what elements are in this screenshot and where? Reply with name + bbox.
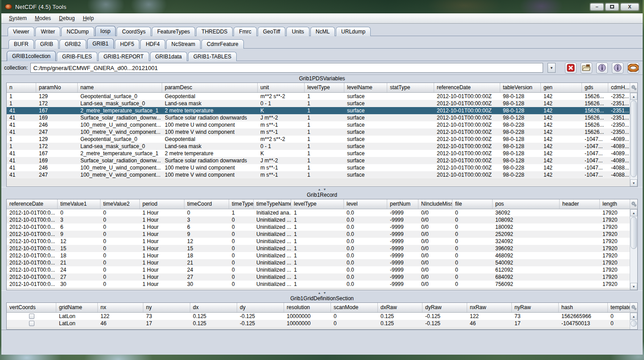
table-cell[interactable] — [387, 100, 434, 107]
table-cell[interactable]: 2012-10-01T00:0... — [7, 252, 58, 259]
divider-up-icon[interactable]: ▲ — [318, 187, 321, 192]
table-cell[interactable]: 0/0 — [418, 223, 452, 231]
split-divider[interactable]: ▲▼ — [1, 290, 643, 295]
table-cell[interactable]: 2012-10-01T00:00:00Z — [434, 121, 500, 128]
column-header-dyRaw[interactable]: dyRaw — [422, 303, 467, 312]
table-cell[interactable]: 0.0 — [344, 266, 387, 273]
table-cell[interactable]: Uninitialized ... — [254, 216, 291, 223]
table-cell[interactable]: -2351... — [608, 114, 630, 121]
table-cell[interactable]: 1 Hour — [140, 216, 184, 223]
table-cell[interactable]: 142 — [541, 121, 582, 128]
table-cell[interactable]: -2352... — [608, 93, 630, 100]
table-cell[interactable]: 15626... — [582, 114, 608, 121]
tab-geotiff[interactable]: GeoTiff — [258, 27, 286, 36]
column-header-dxRaw[interactable]: dxRaw — [378, 303, 422, 312]
table-cell[interactable] — [560, 245, 600, 252]
column-header-gridName[interactable]: gridName — [56, 303, 98, 312]
table-cell[interactable]: surface — [344, 121, 387, 128]
table-cell[interactable]: 0/0 — [418, 238, 452, 245]
tab-viewer[interactable]: Viewer — [8, 27, 34, 36]
table-cell[interactable]: -4089... — [608, 150, 630, 157]
column-header-level[interactable]: level — [344, 199, 387, 209]
table-cell[interactable]: surface — [344, 143, 387, 150]
table-cell[interactable]: 0 — [229, 223, 254, 231]
table-cell[interactable]: 1 — [305, 150, 344, 157]
minimize-button[interactable]: – — [590, 3, 604, 11]
table-cell[interactable]: 0 — [229, 216, 254, 223]
table-cell[interactable]: 0 — [100, 266, 140, 273]
table-row[interactable]: 1172Land-sea_mask_surface_0Land-sea mask… — [7, 100, 630, 107]
table-cell[interactable]: 2012-10-01T00:00:00Z — [434, 171, 500, 178]
table-cell[interactable]: 0 — [184, 209, 229, 216]
table-cell[interactable]: 0 - 1 — [258, 143, 305, 150]
table-cell[interactable]: 0.0 — [344, 259, 387, 266]
table-cell[interactable]: 0/0 — [418, 266, 452, 273]
table-cell[interactable]: 17920 — [600, 223, 630, 231]
table-cell[interactable]: 1 — [291, 259, 344, 266]
table-cell[interactable]: 0.0 — [344, 281, 387, 288]
table-cell[interactable]: 46 — [467, 320, 512, 327]
table-cell[interactable]: Geopotential_surface_0 — [78, 93, 162, 100]
table-cell[interactable] — [560, 231, 600, 238]
table-cell[interactable]: 0.125 — [190, 313, 237, 320]
table-cell[interactable]: Uninitialized ... — [254, 238, 291, 245]
table-cell[interactable]: LatLon — [56, 320, 98, 327]
table-cell[interactable] — [387, 157, 434, 164]
table-cell[interactable]: 1 Hour — [140, 281, 184, 288]
table-cell[interactable]: 2012-10-01T00:0... — [7, 209, 58, 216]
table-cell[interactable]: 24 — [184, 266, 229, 273]
table-cell[interactable]: Land-sea mask — [162, 100, 258, 107]
table-cell[interactable]: Surface_solar_radiation_downw... — [78, 114, 162, 121]
scroll-up-button[interactable]: ▲ — [630, 313, 637, 320]
table-cell[interactable]: 0 — [452, 231, 493, 238]
table-cell[interactable]: 15626... — [582, 128, 608, 136]
table-cell[interactable]: 0 — [331, 313, 378, 320]
column-header-gen[interactable]: gen — [541, 83, 582, 92]
column-header-vertCoords[interactable]: vertCoords — [7, 303, 56, 312]
table-cell[interactable]: 2012-10-01T00:00:00Z — [434, 93, 500, 100]
table-cell[interactable]: J m**-2 — [258, 157, 305, 164]
table-cell[interactable]: 41 — [7, 171, 36, 178]
table-cell[interactable]: 0 — [608, 313, 630, 320]
table-cell[interactable]: 0 — [452, 273, 493, 281]
close-button[interactable]: X — [620, 3, 639, 11]
table-cell[interactable]: 98-0-128 — [500, 150, 541, 157]
column-header-dx[interactable]: dx — [190, 303, 237, 312]
table-cell[interactable]: 0.125 — [378, 320, 422, 327]
table-cell[interactable]: 12 — [58, 238, 100, 245]
table-cell[interactable]: 129 — [36, 93, 78, 100]
table-cell[interactable]: 0/0 — [418, 252, 452, 259]
table-cell[interactable]: surface — [344, 100, 387, 107]
table-cell[interactable]: 17920 — [600, 231, 630, 238]
tab-iosp[interactable]: Iosp — [95, 26, 116, 36]
table-cell[interactable]: surface — [344, 164, 387, 171]
column-header-hash[interactable]: hash — [559, 303, 608, 312]
table-cell[interactable]: 12 — [184, 238, 229, 245]
table-cell[interactable]: 1 Hour — [140, 245, 184, 252]
table-row[interactable]: 2012-10-01T00:0...601 Hour60Uninitialize… — [7, 223, 630, 231]
table-cell[interactable]: 142 — [541, 93, 582, 100]
table-cell[interactable] — [387, 136, 434, 143]
table-cell[interactable]: 1 Hour — [140, 238, 184, 245]
table-cell[interactable]: 0 — [452, 266, 493, 273]
table-cell[interactable]: 41 — [7, 114, 36, 121]
table-row[interactable]: 2012-10-01T00:0...1201 Hour120Uninitiali… — [7, 238, 630, 245]
table-cell[interactable]: 0.0 — [344, 245, 387, 252]
column-header-n[interactable]: n — [7, 83, 36, 92]
table-cell[interactable]: 100 metre V wind component — [162, 171, 258, 178]
table-cell[interactable]: 612092 — [493, 266, 560, 273]
tab-coordsys[interactable]: CoordSys — [117, 27, 151, 36]
tab-cdmrfeature[interactable]: CdmrFeature — [201, 39, 244, 49]
table-cell[interactable]: -4088... — [608, 164, 630, 171]
table-cell[interactable]: 1 — [7, 100, 36, 107]
table-cell[interactable]: Uninitialized ... — [254, 266, 291, 273]
column-header-resolution[interactable]: resolution — [284, 303, 331, 312]
table-cell[interactable]: 142 — [541, 157, 582, 164]
table-cell[interactable] — [387, 121, 434, 128]
table-cell[interactable]: 468092 — [493, 252, 560, 259]
table-cell[interactable]: 100_metre_U_wind_component... — [78, 164, 162, 171]
table-cell[interactable]: 142 — [541, 164, 582, 171]
table-cell[interactable]: Surface solar radiation downwards — [162, 114, 258, 121]
table-cell[interactable]: 0.0 — [344, 252, 387, 259]
menu-debug[interactable]: Debug — [55, 14, 79, 23]
